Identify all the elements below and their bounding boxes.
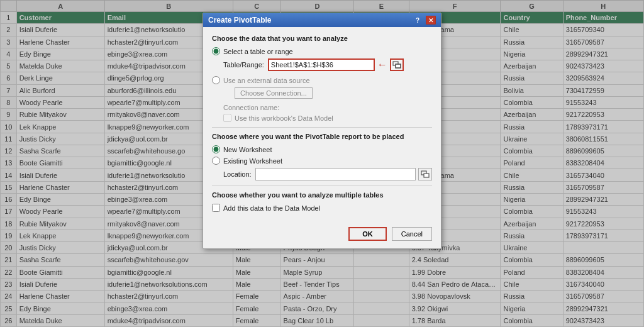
conn-name-label: Connection name: (223, 104, 279, 111)
add-data-model-checkbox[interactable] (212, 204, 220, 212)
ok-button[interactable]: OK (348, 227, 387, 241)
add-data-model-label: Add this data to the Data Model (223, 204, 320, 212)
connection-name-row: Connection name: (223, 104, 432, 111)
radio-existing-worksheet[interactable] (212, 157, 220, 165)
table-range-row: Table/Range: ← (223, 58, 432, 71)
section1-title: Choose the data that you want to analyze (212, 35, 432, 42)
location-label: Location: (223, 170, 252, 178)
radio-select-table-row: Select a table or range (212, 47, 432, 55)
choose-connection-button[interactable]: Choose Connection... (235, 87, 313, 99)
radio-external-row: Use an external data source (212, 76, 432, 84)
radio-existing-ws-label: Existing Worksheet (223, 157, 282, 165)
location-select-button[interactable] (418, 168, 432, 180)
titlebar-controls: ? ✕ (413, 16, 436, 25)
add-data-model-row: Add this data to the Data Model (212, 204, 432, 212)
choose-conn-container: Choose Connection... (223, 87, 432, 101)
table-range-input[interactable] (268, 58, 375, 71)
help-button[interactable]: ? (413, 16, 422, 25)
modal-title: Create PivotTable (208, 16, 271, 25)
use-data-model-checkbox[interactable] (223, 114, 231, 122)
radio-select-table-label: Select a table or range (223, 48, 293, 55)
modal-overlay: Create PivotTable ? ✕ Choose the data th… (0, 0, 644, 327)
radio-select-table[interactable] (212, 47, 220, 55)
radio-existing-ws-row: Existing Worksheet (212, 157, 432, 165)
location-icon (421, 170, 430, 178)
close-button[interactable]: ✕ (426, 16, 436, 25)
location-input[interactable] (255, 168, 416, 180)
radio-new-ws-row: New Worksheet (212, 145, 432, 153)
modal-titlebar: Create PivotTable ? ✕ (203, 13, 441, 27)
create-pivot-table-dialog: Create PivotTable ? ✕ Choose the data th… (203, 13, 441, 249)
cancel-button[interactable]: Cancel (392, 227, 432, 241)
svg-rect-1 (396, 64, 401, 68)
data-model-row: Use this workbook's Data Model (223, 114, 432, 122)
section2-title: Choose where you want the PivotTable rep… (212, 133, 432, 140)
table-range-label: Table/Range: (223, 61, 264, 69)
svg-rect-4 (424, 174, 429, 177)
use-data-model-label: Use this workbook's Data Model (235, 114, 333, 122)
modal-footer: OK Cancel (203, 222, 441, 248)
arrow-indicator: ← (377, 59, 387, 70)
spreadsheet-container: A B C D E F G H 1CustomerEmailCountryPho… (0, 0, 644, 327)
radio-new-ws-label: New Worksheet (223, 146, 272, 153)
location-row: Location: (223, 168, 432, 180)
radio-external-label: Use an external data source (223, 77, 310, 84)
modal-body: Choose the data that you want to analyze… (203, 27, 441, 219)
section3-title: Choose whether you want to analyze multi… (212, 191, 432, 199)
radio-external[interactable] (212, 76, 220, 84)
range-icon (392, 61, 401, 69)
range-select-button[interactable] (390, 58, 404, 71)
radio-new-worksheet[interactable] (212, 145, 220, 153)
